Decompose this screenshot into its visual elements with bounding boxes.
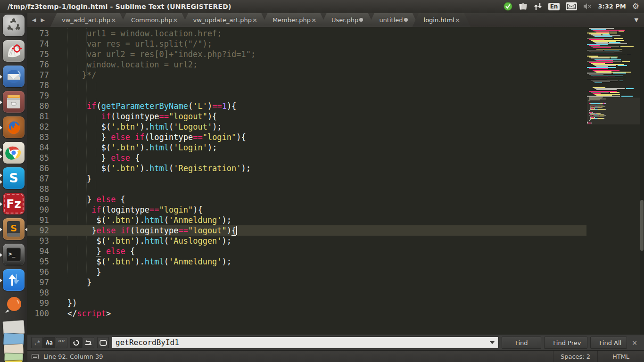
launcher-item-skype-icon[interactable]: S	[0, 166, 27, 191]
tab-Member.php[interactable]: Member.php×	[261, 13, 327, 27]
running-pip-icon	[0, 180, 2, 184]
stacked-window-icon[interactable]	[5, 360, 23, 362]
network-arrows-icon[interactable]	[534, 2, 542, 10]
line-number: 75	[27, 49, 49, 59]
panel-toggle-icon[interactable]	[32, 354, 39, 359]
tab-login.html[interactable]: login.html×	[413, 13, 471, 27]
line-number: 99	[27, 298, 49, 308]
mail-icon[interactable]	[566, 2, 577, 10]
running-pip-icon	[0, 155, 2, 158]
code-line-79: 79	[27, 90, 586, 101]
launcher-item-thunderbird-icon[interactable]	[0, 64, 27, 90]
line-number: 78	[27, 80, 49, 90]
code-line-98: 98	[27, 288, 586, 298]
tab-close-icon[interactable]: ×	[311, 16, 316, 24]
launcher-item-chrome-icon[interactable]	[0, 140, 27, 166]
tab-close-icon[interactable]: ×	[111, 16, 116, 24]
running-pip-icon	[0, 253, 2, 257]
tab-vw_add_art.php[interactable]: vw_add_art.php×	[50, 13, 126, 27]
tab-label: vw_update_art.php	[193, 16, 251, 24]
line-number: 77	[27, 70, 49, 80]
code-line-89: 89 } else {	[27, 194, 586, 205]
launcher-item-archive-manager-icon[interactable]	[0, 90, 27, 115]
clock[interactable]: 3:32 PM	[598, 3, 626, 10]
scrollbar-track[interactable]	[640, 27, 644, 335]
launcher-item-terminal-icon[interactable]: >_	[0, 242, 27, 268]
launcher-item-firefox-icon[interactable]	[0, 115, 27, 140]
keyboard-layout-indicator[interactable]: En	[548, 3, 560, 10]
status-available-icon[interactable]	[504, 2, 512, 11]
code-line-94: 94 } else {	[27, 246, 586, 256]
scrollbar-thumb[interactable]	[640, 200, 644, 251]
minimap[interactable]	[587, 28, 640, 335]
tab-label: User.php	[331, 16, 358, 24]
running-pip-icon	[0, 202, 2, 206]
line-number: 76	[27, 59, 49, 70]
code-line-85: 85 } else {	[27, 153, 586, 163]
syntax-setting[interactable]: HTML	[597, 351, 644, 362]
tab-close-icon[interactable]: ×	[252, 16, 257, 24]
tab-User.php[interactable]: User.php	[320, 13, 374, 27]
code-line-83: 83 } else if(logintype=="login"){	[27, 132, 586, 142]
find-input[interactable]	[112, 337, 499, 349]
focused-arrow-icon	[25, 228, 27, 231]
regex-toggle[interactable]: .*	[31, 337, 43, 348]
tab-modified-icon	[359, 18, 363, 22]
line-number: 97	[27, 277, 49, 288]
tab-overflow-icon[interactable]: ▼	[635, 17, 638, 23]
running-pip-icon	[0, 100, 2, 104]
whole-word-toggle[interactable]: “”	[56, 337, 67, 348]
volume-muted-icon[interactable]	[583, 3, 592, 10]
editor[interactable]: 73 url1 = window.location.href;74 var re…	[27, 27, 644, 335]
in-selection-toggle[interactable]	[83, 337, 94, 348]
code-area[interactable]: 73 url1 = window.location.href;74 var re…	[27, 28, 586, 319]
launcher-item-ubuntu-dash-icon[interactable]	[0, 13, 27, 39]
line-number: 95	[27, 256, 49, 267]
tab-history-forward-icon[interactable]: ▶	[41, 17, 44, 23]
code-line-74: 74 var res = url1.split("/");	[27, 39, 586, 49]
minimap-viewport[interactable]	[587, 98, 640, 124]
tab-close-icon[interactable]: ×	[173, 16, 178, 24]
running-pip-icon	[0, 279, 2, 282]
wrap-toggle[interactable]	[70, 337, 82, 348]
code-line-75: 75 var url2 = res[0]+"index.php?id=1";	[27, 49, 586, 59]
cursor-position: Line 92, Column 39	[43, 353, 103, 360]
find-prev-button[interactable]: Find Prev	[544, 337, 587, 349]
code-line-73: 73 url1 = window.location.href;	[27, 28, 586, 39]
line-number: 85	[27, 153, 49, 163]
code-line-82: 82 $('.btn').html('Logout');	[27, 122, 586, 132]
launcher-item-shell-target-icon[interactable]	[0, 39, 27, 64]
tab-vw_update_art.php[interactable]: vw_update_art.php×	[182, 13, 267, 27]
tab-history-back-icon[interactable]: ◀	[32, 17, 36, 23]
find-button[interactable]: Find	[502, 337, 541, 349]
launcher-item-postman-icon[interactable]	[0, 293, 27, 319]
titlebar: /tmp/fz3temp-1/login.html - Sublime Text…	[0, 0, 644, 13]
line-number: 74	[27, 39, 49, 49]
highlight-matches-toggle[interactable]	[97, 337, 109, 348]
line-number: 83	[27, 132, 49, 142]
find-all-button[interactable]: Find All	[590, 337, 627, 349]
launcher-item-filezilla-icon[interactable]: Fz	[0, 191, 27, 217]
launcher-item-sync-arrows-icon[interactable]	[0, 268, 27, 293]
line-number: 89	[27, 194, 49, 205]
tab-label: vw_add_art.php	[62, 16, 110, 24]
launcher-item-sublime-text-icon[interactable]: S	[0, 217, 27, 242]
line-number: 79	[27, 90, 49, 101]
svg-text:>_: >_	[8, 251, 16, 258]
indent-setting[interactable]: Spaces: 2	[553, 351, 597, 362]
tab-Common.php[interactable]: Common.php×	[120, 13, 188, 27]
tab-untitled[interactable]: untitled	[368, 13, 419, 27]
running-pip-icon	[0, 126, 2, 130]
window-stack[interactable]	[1, 321, 26, 362]
line-number: 82	[27, 122, 49, 132]
session-gear-icon[interactable]: ⚙	[632, 2, 639, 10]
line-number: 80	[27, 101, 49, 111]
find-history-chevron-icon[interactable]	[490, 341, 495, 344]
line-number: 93	[27, 236, 49, 246]
tab-close-icon[interactable]: ×	[455, 16, 460, 24]
notes-icon[interactable]	[519, 2, 528, 11]
tabs: vw_add_art.php×Common.php×vw_update_art.…	[50, 13, 464, 27]
case-sensitive-toggle[interactable]: Aa	[43, 337, 55, 348]
find-close-icon[interactable]: ×	[630, 339, 640, 346]
line-number: 87	[27, 173, 49, 184]
